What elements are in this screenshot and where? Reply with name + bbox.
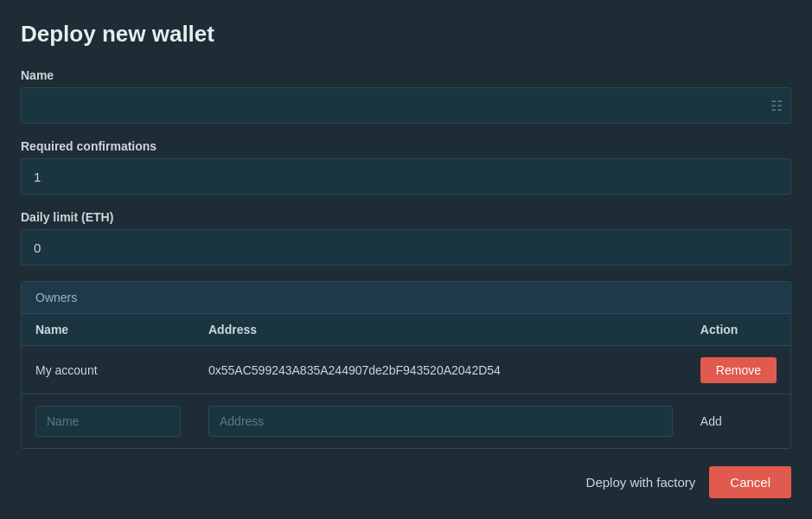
owners-header: Owners (22, 282, 790, 314)
owners-section: Owners Name Address Action My account 0x… (21, 281, 791, 449)
new-owner-address-input[interactable] (208, 406, 673, 437)
new-owner-name-input[interactable] (35, 406, 181, 437)
name-label: Name (21, 68, 791, 82)
table-header-row: Name Address Action (22, 314, 790, 346)
column-header-name: Name (22, 314, 195, 346)
page-container: Deploy new wallet Name ☷ Required confir… (0, 0, 812, 519)
add-button[interactable]: Add (700, 414, 722, 428)
owner-action-cell: Remove (687, 346, 790, 394)
deploy-factory-button[interactable]: Deploy with factory (586, 475, 696, 490)
column-header-address: Address (195, 314, 687, 346)
new-owner-address-cell (195, 394, 687, 448)
table-row: My account 0x55AC599243A835A244907de2bF9… (22, 346, 790, 394)
footer-actions: Deploy with factory Cancel (21, 449, 791, 498)
new-owner-action-cell: Add (687, 394, 790, 448)
confirmations-form-group: Required confirmations (21, 139, 791, 195)
owners-table: Name Address Action My account 0x55AC599… (22, 314, 790, 448)
daily-limit-input[interactable] (21, 229, 791, 266)
owner-name-cell: My account (22, 346, 195, 394)
daily-limit-form-group: Daily limit (ETH) (21, 210, 791, 266)
new-owner-row: Add (22, 394, 790, 448)
name-form-group: Name ☷ (21, 68, 791, 124)
page-title: Deploy new wallet (21, 21, 791, 48)
column-header-action: Action (687, 314, 790, 346)
confirmations-input[interactable] (21, 158, 791, 195)
cancel-button[interactable]: Cancel (709, 466, 791, 498)
daily-limit-label: Daily limit (ETH) (21, 210, 791, 224)
name-input[interactable] (21, 87, 791, 124)
remove-button[interactable]: Remove (700, 357, 777, 383)
new-owner-name-cell (22, 394, 195, 448)
name-input-wrapper: ☷ (21, 87, 791, 124)
confirmations-label: Required confirmations (21, 139, 791, 153)
owner-address-cell: 0x55AC599243A835A244907de2bF943520A2042D… (195, 346, 687, 394)
